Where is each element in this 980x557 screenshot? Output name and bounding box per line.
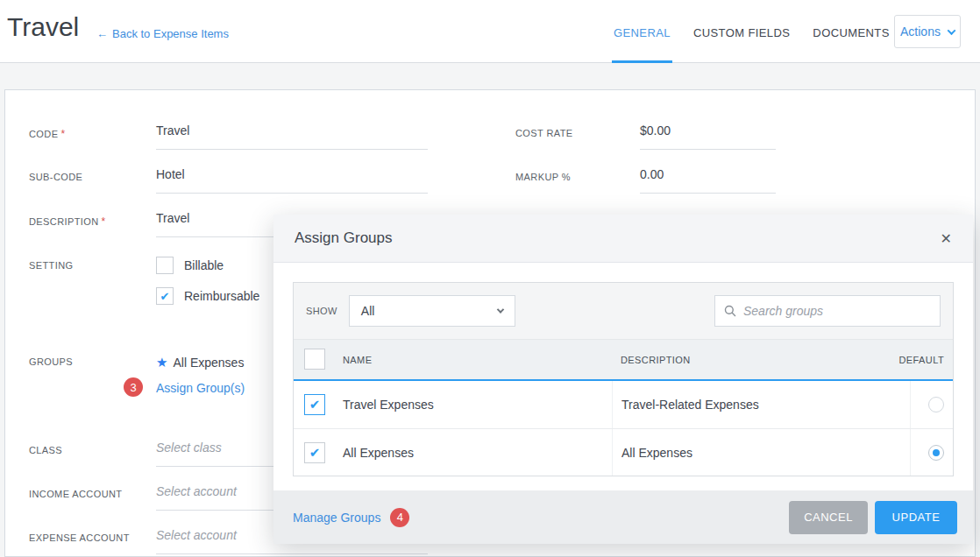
billable-label: Billable bbox=[184, 258, 224, 272]
row-checkbox[interactable]: ✔ bbox=[304, 394, 325, 415]
default-radio[interactable] bbox=[928, 445, 944, 461]
reimbursable-label: Reimbursable bbox=[184, 289, 259, 303]
modal-body: SHOW All NAME DESCRIPTION bbox=[273, 263, 973, 496]
code-input[interactable]: Travel bbox=[156, 123, 428, 150]
groups-table: SHOW All NAME DESCRIPTION bbox=[293, 282, 954, 476]
default-radio[interactable] bbox=[928, 397, 944, 412]
group-search-box bbox=[714, 295, 941, 327]
group-name: Travel Expenses bbox=[334, 398, 612, 412]
sub-code-label: SUB-CODE bbox=[29, 172, 82, 182]
back-arrow-icon: ← bbox=[96, 27, 108, 40]
modal-footer: Manage Groups 4 CANCEL UPDATE bbox=[273, 490, 973, 544]
page-title: Travel bbox=[7, 12, 79, 42]
show-filter-value: All bbox=[361, 304, 375, 318]
chevron-down-icon bbox=[948, 26, 956, 35]
billable-checkbox[interactable] bbox=[156, 257, 174, 274]
select-all-checkbox[interactable] bbox=[304, 349, 325, 370]
cost-rate-label: COST RATE bbox=[515, 128, 573, 138]
group-description: All Expenses bbox=[612, 429, 910, 476]
required-asterisk: * bbox=[60, 128, 65, 140]
column-header-default: DEFAULT bbox=[910, 355, 953, 365]
cost-rate-input[interactable]: $0.00 bbox=[640, 123, 776, 150]
actions-button-label: Actions bbox=[900, 25, 941, 39]
description-label: DESCRIPTION* bbox=[29, 215, 106, 228]
update-button[interactable]: UPDATE bbox=[875, 501, 957, 534]
reimbursable-checkbox[interactable]: ✔ bbox=[156, 287, 174, 305]
markup-input[interactable]: 0.00 bbox=[640, 167, 776, 194]
class-label: CLASS bbox=[29, 445, 62, 455]
top-bar: Travel ←Back to Expense Items GENERAL CU… bbox=[0, 0, 980, 63]
show-filter-dropdown[interactable]: All bbox=[349, 295, 515, 327]
check-icon: ✔ bbox=[160, 290, 170, 303]
table-row: ✔ Travel Expenses Travel-Related Expense… bbox=[294, 381, 953, 428]
assign-groups-modal: Assign Groups ✕ SHOW All bbox=[273, 215, 973, 544]
income-account-label: INCOME ACCOUNT bbox=[29, 489, 122, 499]
tab-documents[interactable]: DOCUMENTS bbox=[813, 26, 889, 39]
sub-code-input[interactable]: Hotel bbox=[156, 167, 428, 194]
tab-bar: GENERAL CUSTOM FIELDS DOCUMENTS bbox=[614, 26, 890, 39]
back-link-label: Back to Expense Items bbox=[112, 27, 229, 40]
search-groups-input[interactable] bbox=[743, 304, 931, 318]
expense-item-page: Travel ←Back to Expense Items GENERAL CU… bbox=[0, 0, 980, 557]
required-asterisk: * bbox=[102, 215, 106, 228]
setting-label: SETTING bbox=[29, 260, 73, 271]
tab-general[interactable]: GENERAL bbox=[614, 26, 671, 39]
billable-setting: Billable bbox=[156, 257, 224, 274]
groups-label: GROUPS bbox=[29, 356, 73, 367]
close-icon[interactable]: ✕ bbox=[941, 230, 952, 247]
step-badge-3: 3 bbox=[124, 377, 143, 397]
assigned-group: ★ All Expenses bbox=[156, 355, 244, 370]
back-to-expense-items-link[interactable]: ←Back to Expense Items bbox=[96, 27, 229, 40]
step-badge-4: 4 bbox=[390, 508, 409, 527]
expense-account-label: EXPENSE ACCOUNT bbox=[29, 532, 130, 543]
reimbursable-setting: ✔ Reimbursable bbox=[156, 287, 259, 305]
search-icon bbox=[724, 305, 736, 317]
group-name: All Expenses bbox=[334, 446, 612, 460]
cancel-button[interactable]: CANCEL bbox=[789, 501, 868, 534]
actions-button[interactable]: Actions bbox=[894, 15, 961, 48]
manage-groups-link[interactable]: Manage Groups bbox=[293, 511, 380, 525]
table-row: ✔ All Expenses All Expenses bbox=[294, 428, 953, 476]
modal-title: Assign Groups bbox=[295, 229, 393, 247]
row-checkbox[interactable]: ✔ bbox=[304, 442, 325, 463]
assign-groups-link[interactable]: Assign Group(s) bbox=[156, 381, 245, 395]
chevron-down-icon bbox=[497, 306, 504, 313]
modal-header: Assign Groups ✕ bbox=[273, 215, 973, 263]
group-description: Travel-Related Expenses bbox=[612, 381, 910, 428]
table-header-row: NAME DESCRIPTION DEFAULT bbox=[294, 340, 953, 381]
table-filter-bar: SHOW All bbox=[294, 283, 953, 340]
column-header-name: NAME bbox=[334, 355, 612, 365]
star-icon: ★ bbox=[156, 355, 167, 370]
modal-buttons: CANCEL UPDATE bbox=[789, 501, 957, 534]
code-label: CODE* bbox=[29, 128, 65, 140]
markup-label: MARKUP % bbox=[515, 172, 571, 182]
check-icon: ✔ bbox=[309, 445, 321, 461]
tab-custom-fields[interactable]: CUSTOM FIELDS bbox=[693, 26, 790, 39]
check-icon: ✔ bbox=[309, 397, 321, 412]
assigned-group-name: All Expenses bbox=[173, 356, 244, 370]
show-label: SHOW bbox=[306, 306, 337, 316]
column-header-description: DESCRIPTION bbox=[612, 355, 910, 365]
